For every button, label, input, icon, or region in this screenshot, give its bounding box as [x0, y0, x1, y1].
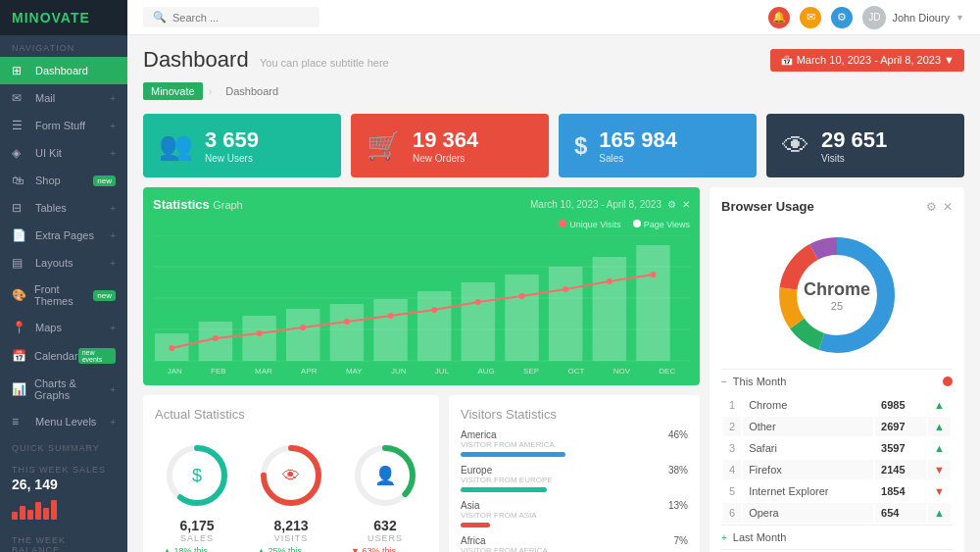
chart-close-icon[interactable]: ✕ — [682, 199, 690, 210]
visitor-percent: 13% — [668, 500, 688, 511]
week-sales-value: 26, 149 — [12, 477, 116, 492]
plus-icon: + — [110, 417, 116, 427]
col-right: Browser Usage ⚙ ✕ — [710, 187, 964, 552]
stat-card-content: 165 984 Sales — [599, 127, 677, 164]
plus-icon: + — [110, 230, 116, 241]
sidebar-item-extra-pages[interactable]: 📄 Extra Pages + — [0, 222, 127, 249]
sidebar-item-label: Layouts — [35, 257, 74, 269]
browser-panel-header: Browser Usage ⚙ ✕ — [721, 199, 953, 214]
donut-main-label: Chrome — [804, 279, 870, 300]
browser-row: 2 Other 2697 ▲ — [723, 417, 951, 436]
plus-icon: + — [110, 384, 116, 395]
sidebar-item-front-themes[interactable]: 🎨 Front Themes new — [0, 276, 127, 314]
svg-rect-13 — [505, 275, 539, 361]
users-circle-card: 👤 632 USERS ▼ 63% this month — [343, 429, 427, 552]
svg-rect-7 — [242, 316, 276, 361]
logo-prefix: MIN — [12, 10, 40, 25]
sidebar-item-mail[interactable]: ✉ Mail + — [0, 84, 127, 112]
new-badge: new — [93, 176, 116, 186]
two-col-layout: Statistics Graph March 10, 2023 - April … — [143, 187, 964, 552]
search-box[interactable]: 🔍 — [143, 7, 319, 27]
actual-stats-list: $ 6,175 SALES ▲ 18% this month — [155, 429, 427, 552]
quick-summary-label: QUICK SUMMARY — [0, 435, 127, 457]
row-num: 6 — [723, 503, 741, 523]
sidebar-item-charts[interactable]: 📊 Charts & Graphs + — [0, 371, 127, 408]
sidebar-item-maps[interactable]: 📍 Maps + — [0, 314, 127, 341]
dashboard-icon: ⊞ — [12, 64, 27, 77]
sidebar-item-label: Dashboard — [35, 65, 88, 76]
visitor-percent: 7% — [674, 535, 688, 546]
topbar-icons: 🔔 ✉ ⚙ JD John Dioury ▼ — [768, 6, 964, 29]
visitor-region: Africa — [461, 535, 486, 546]
week-sales-stat: THIS WEEK SALES 26, 149 — [0, 457, 127, 527]
notification-icon[interactable]: 🔔 — [768, 7, 790, 28]
message-icon[interactable]: ✉ — [800, 7, 821, 28]
charts-icon: 📊 — [12, 382, 26, 396]
month-dec: DEC — [659, 367, 675, 376]
sidebar-item-tables[interactable]: ⊟ Tables + — [0, 194, 127, 222]
maps-icon: 📍 — [12, 321, 27, 334]
sidebar-item-menu-levels[interactable]: ≡ Menu Levels + — [0, 408, 127, 435]
visitor-sub: VISITOR FROM ASIA — [461, 511, 688, 520]
browser-name: Safari — [743, 438, 873, 458]
chevron-down-icon: ▼ — [944, 54, 955, 66]
themes-icon: 🎨 — [12, 288, 26, 302]
page-header: Dashboard You can place subtitle here 📅 … — [143, 47, 964, 73]
browser-count: 2145 — [875, 460, 926, 479]
user-chip[interactable]: JD John Dioury ▼ — [862, 6, 964, 29]
browser-name: Internet Explorer — [743, 481, 873, 501]
browser-row: 4 Firefox 2145 ▼ — [723, 460, 951, 479]
plus-icon: + — [110, 323, 116, 333]
visitor-sub: VISITOR FROM AMERICA — [461, 440, 688, 449]
mini-bar — [12, 512, 18, 520]
visitor-region: America — [461, 429, 497, 440]
visitor-bar — [461, 523, 490, 527]
svg-rect-15 — [593, 257, 627, 361]
stat-card-orders: 🛒 19 364 New Orders — [351, 114, 549, 177]
sidebar-item-label: Shop — [35, 175, 61, 186]
sidebar-item-ui-kit[interactable]: ◈ UI Kit + — [0, 139, 127, 167]
mini-bar — [51, 500, 57, 520]
row-num: 3 — [723, 438, 741, 458]
sidebar-item-shop[interactable]: 🛍 Shop new — [0, 167, 127, 194]
search-input[interactable] — [172, 12, 310, 24]
sales-label: Sales — [599, 153, 677, 164]
donut-container: Chrome 25 — [773, 231, 901, 359]
sidebar-item-label: Charts & Graphs — [34, 377, 110, 401]
svg-rect-10 — [373, 299, 408, 361]
panel-actions: March 10, 2023 - April 8, 2023 ⚙ ✕ — [530, 199, 690, 210]
last-month-section[interactable]: + Last Month — [721, 525, 953, 549]
week-sales-chart — [12, 496, 116, 520]
visits-value: 29 651 — [821, 127, 887, 153]
browser-close-icon[interactable]: ✕ — [943, 200, 953, 214]
sidebar-item-dashboard[interactable]: ⊞ Dashboard — [0, 57, 127, 84]
sidebar-item-calendar[interactable]: 📅 Calendar new events — [0, 341, 127, 371]
breadcrumb-home[interactable]: Minovate — [143, 82, 203, 100]
panel-header: Statistics Graph March 10, 2023 - April … — [153, 197, 690, 212]
browser-count: 6985 — [875, 395, 926, 415]
panel-header: Actual Statistics — [155, 407, 427, 422]
row-num: 2 — [723, 417, 741, 436]
svg-point-23 — [431, 307, 437, 313]
svg-point-28 — [650, 272, 656, 277]
sidebar-item-label: Menu Levels — [35, 416, 96, 427]
visits-circle-label: VISITS — [274, 533, 309, 543]
svg-rect-9 — [330, 304, 365, 361]
settings-icon[interactable]: ⚙ — [831, 7, 853, 28]
this-month-section[interactable]: − This Month — [721, 369, 953, 393]
visitor-header: America 46% — [461, 429, 688, 440]
sidebar-item-label: Mail — [35, 92, 55, 104]
sidebar-item-layouts[interactable]: ▤ Layouts + — [0, 249, 127, 276]
browser-settings-icon[interactable]: ⚙ — [926, 200, 937, 214]
month-nov: NOV — [613, 367, 630, 376]
sidebar-item-label: Maps — [35, 322, 62, 333]
visitor-header: Asia 13% — [461, 500, 688, 511]
sidebar-item-form-stuff[interactable]: ☰ Form Stuff + — [0, 112, 127, 139]
chart-settings-icon[interactable]: ⚙ — [667, 199, 676, 210]
sales-circle-value: 6,175 — [179, 518, 214, 533]
sales-value: 165 984 — [599, 127, 677, 153]
date-range-badge[interactable]: 📅 March 10, 2023 - April 8, 2023 ▼ — [770, 49, 964, 72]
users-circle-value: 632 — [373, 518, 396, 533]
browser-name: Other — [743, 417, 873, 436]
sales-circle-card: $ 6,175 SALES ▲ 18% this month — [155, 429, 239, 552]
